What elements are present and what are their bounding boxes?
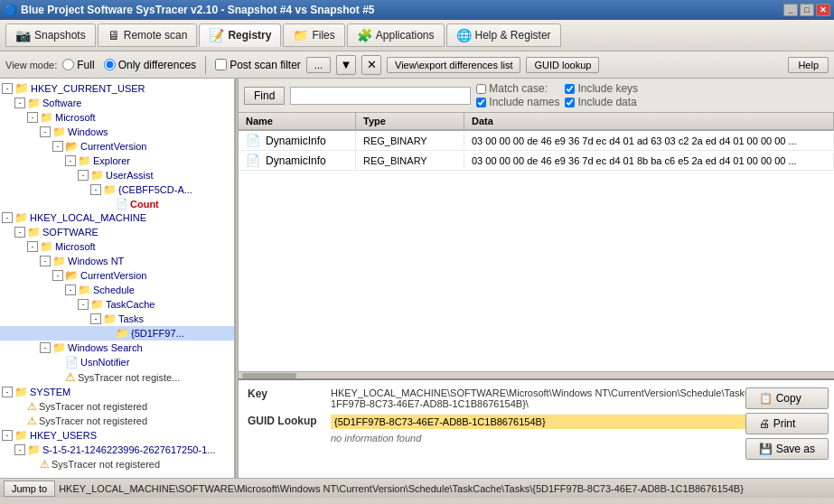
tree-item-schedule[interactable]: - 📁 Schedule [0,283,234,297]
include-data-checkbox[interactable] [565,98,575,107]
expander-currentversion-hkcu[interactable]: - [52,141,63,152]
include-keys-checkbox[interactable] [565,84,575,94]
tree-item-usnnotifier[interactable]: 📄 UsnNotifier [0,355,234,369]
col-header-type[interactable]: Type [356,113,464,129]
folder-icon: 📁 [78,154,91,167]
expander-tasks[interactable]: - [90,313,101,324]
tree-item-system[interactable]: - 📁 SYSTEM [0,385,234,399]
tree-item-windows-search[interactable]: - 📁 Windows Search [0,341,234,355]
tree-panel: - 📁 HKEY_CURRENT_USER - 📁 Software - 📁 M… [0,79,235,478]
h-scrollbar[interactable] [239,371,834,378]
search-options-2: Include keys Include data [565,82,638,108]
tab-applications[interactable]: 🧩 Applications [347,23,445,47]
expander-system[interactable]: - [2,387,13,397]
tree-label-hku: HKEY_USERS [30,430,97,441]
include-data-option[interactable]: Include data [565,96,638,108]
tree-item-hku[interactable]: - 📁 HKEY_USERS [0,428,234,443]
expander-hklm[interactable]: - [2,212,13,223]
maximize-button[interactable]: □ [800,4,814,16]
expander-taskcache[interactable]: - [78,299,89,310]
expander-explorer[interactable]: - [65,155,76,166]
tree-label-guid-tasks: {5D1FF97... [131,328,184,339]
only-differences-radio[interactable]: Only differences [104,59,197,71]
jump-to-button[interactable]: Jump to [4,481,55,497]
expander-hkcu[interactable]: - [2,83,13,94]
expander-microsoft-hklm[interactable]: - [27,241,38,252]
tree-item-systracer-warn-4[interactable]: ⚠ SysTracer not registered [0,457,234,471]
expander-hku[interactable]: - [2,430,13,441]
tab-remote-scan[interactable]: 🖥 Remote scan [98,23,198,47]
tree-label-currentversion-hklm: CurrentVersion [80,270,146,281]
tree-item-software[interactable]: - 📁 Software [0,96,234,110]
find-button[interactable]: Find [244,87,285,105]
expander-cebff[interactable]: - [90,184,101,195]
match-case-checkbox[interactable] [476,84,486,94]
expander-windows-hkcu[interactable]: - [40,126,51,137]
filter-icon-button[interactable]: ▼ [336,55,356,75]
tree-item-currentversion-hklm[interactable]: - 📂 CurrentVersion [0,268,234,283]
table-row[interactable]: 📄 DynamicInfo REG_BINARY 03 00 00 00 de … [239,131,834,151]
include-keys-option[interactable]: Include keys [565,82,638,95]
tab-snapshots[interactable]: 📷 Snapshots [5,23,96,47]
table-row[interactable]: 📄 DynamicInfo REG_BINARY 03 00 00 00 de … [239,151,834,171]
copy-button[interactable]: 📋 Copy [745,387,829,409]
full-radio-input[interactable] [62,59,74,70]
expander-microsoft-hkcu[interactable]: - [27,112,38,123]
title-text: Blue Project Software SysTracer v2.10 - … [21,4,375,16]
search-input[interactable] [290,87,471,105]
tree-item-cebff[interactable]: - 📁 {CEBFF5CD-A... [0,182,234,197]
col-header-name[interactable]: Name [239,113,356,129]
tree-item-software-hklm[interactable]: - 📁 SOFTWARE [0,225,234,239]
expander-software-hklm[interactable]: - [14,227,25,238]
tree-item-windows-hkcu[interactable]: - 📁 Windows [0,125,234,139]
tree-label-schedule: Schedule [93,285,135,295]
tree-item-microsoft-hkcu[interactable]: - 📁 Microsoft [0,110,234,125]
expander-windowsnt[interactable]: - [40,256,51,266]
tree-item-currentversion-hkcu[interactable]: - 📂 CurrentVersion [0,139,234,154]
tree-item-guid-tasks[interactable]: 📁 {5D1FF97... [0,326,234,341]
include-names-option[interactable]: Include names [476,96,559,108]
print-button[interactable]: 🖨 Print [745,413,829,434]
tree-item-systracer-warn-2[interactable]: ⚠ SysTracer not registered [0,399,234,414]
tree-item-sid[interactable]: - 📁 S-1-5-21-1246223996-2627617250-1... [0,443,234,457]
only-differences-radio-input[interactable] [104,59,116,70]
help-button[interactable]: Help [788,57,829,73]
expander-software[interactable]: - [14,98,25,108]
full-radio[interactable]: Full [62,59,94,71]
close-button[interactable]: ✕ [816,4,830,16]
filter-dots-button[interactable]: ... [306,57,331,73]
guid-lookup-button[interactable]: GUID lookup [526,57,599,73]
tab-files[interactable]: 📁 Files [283,23,344,47]
tree-item-systracer-warn-3[interactable]: ⚠ SysTracer not registered [0,414,234,428]
tree-item-tasks[interactable]: - 📁 Tasks [0,312,234,326]
folder-icon: 📁 [78,284,91,296]
expander-userassist[interactable]: - [78,170,89,181]
save-as-button[interactable]: 💾 Save as [745,438,829,460]
post-scan-filter-checkbox[interactable] [215,59,227,70]
col-header-data[interactable]: Data [464,113,834,129]
tab-registry[interactable]: 📝 Registry [199,23,281,47]
tree-item-hklm[interactable]: - 📁 HKEY_LOCAL_MACHINE [0,210,234,225]
tab-help-register[interactable]: 🌐 Help & Register [446,23,561,47]
include-names-checkbox[interactable] [476,98,486,107]
tree-item-microsoft-hklm[interactable]: - 📁 Microsoft [0,239,234,254]
tab-files-label: Files [312,29,334,42]
search-bar: Find Match case: Include names Inc [239,79,834,113]
tab-registry-label: Registry [228,29,271,42]
expander-windows-search[interactable]: - [40,342,51,353]
view-export-button[interactable]: View\export differences list [387,57,520,73]
expander-currentversion-hklm[interactable]: - [52,270,63,281]
tree-item-explorer[interactable]: - 📁 Explorer [0,154,234,168]
expander-schedule[interactable]: - [65,285,76,295]
tree-item-windowsnt[interactable]: - 📁 Windows NT [0,254,234,268]
include-data-label: Include data [577,96,636,108]
tree-item-systracer-warn-1[interactable]: ⚠ SysTracer not registe... [0,369,234,385]
tree-item-taskcache[interactable]: - 📁 TaskCache [0,297,234,312]
match-case-option[interactable]: Match case: [476,82,559,95]
expander-sid[interactable]: - [14,444,25,455]
tree-item-hkcu[interactable]: - 📁 HKEY_CURRENT_USER [0,80,234,96]
tree-item-count[interactable]: 📄 Count [0,197,234,210]
clear-filter-button[interactable]: ✕ [361,55,381,75]
minimize-button[interactable]: _ [783,4,798,16]
tree-item-userassist[interactable]: - 📁 UserAssist [0,168,234,182]
